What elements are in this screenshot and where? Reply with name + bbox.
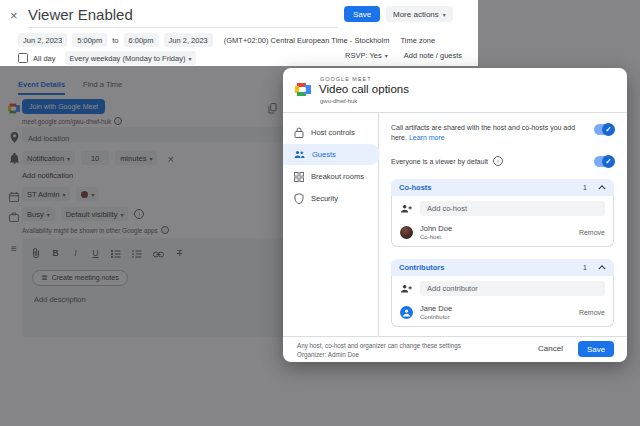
start-time-button[interactable]: 5:00pm xyxy=(72,33,107,47)
chevron-up-icon[interactable] xyxy=(598,185,606,190)
chevron-down-icon xyxy=(443,10,446,19)
member-name: Jane Doe xyxy=(420,304,572,313)
dialog-save-button[interactable]: Save xyxy=(578,341,614,357)
footer-note: Any host, co-host and organizer can chan… xyxy=(297,341,461,350)
add-cohost-input[interactable] xyxy=(420,201,605,216)
end-time-button[interactable]: 6:00pm xyxy=(124,33,159,47)
call-artifacts-toggle[interactable] xyxy=(594,124,614,135)
to-label: to xyxy=(112,36,118,45)
person-add-icon xyxy=(400,204,412,213)
save-button[interactable]: Save xyxy=(344,6,380,22)
all-day-row: All day Every weekday (Monday to Friday) xyxy=(18,51,196,65)
rsvp-dropdown[interactable]: RSVP: Yes xyxy=(345,51,388,60)
contributor-row: Jane Doe Contributor Remove xyxy=(392,301,613,326)
learn-more-link[interactable]: Learn more xyxy=(409,134,445,141)
modal-scrim-top-right xyxy=(478,0,640,66)
start-date-button[interactable]: Jun 2, 2023 xyxy=(18,33,67,47)
viewer-default-setting: Everyone is a viewer by default xyxy=(391,155,614,167)
add-note-guests-button[interactable]: Add note / guests xyxy=(404,51,462,60)
breakout-rooms-icon xyxy=(294,172,304,182)
nav-item-breakout-rooms[interactable]: Breakout rooms xyxy=(283,166,380,187)
title-underline xyxy=(28,27,338,28)
dialog-overline: GOOGLE MEET xyxy=(320,76,372,82)
nav-item-host-controls[interactable]: Host controls xyxy=(283,122,380,143)
member-role: Contributor xyxy=(420,314,572,320)
shield-icon xyxy=(294,193,304,204)
cancel-button[interactable]: Cancel xyxy=(538,344,563,353)
cohosts-section: Co-hosts 1 xyxy=(391,179,614,247)
remove-contributor-button[interactable]: Remove xyxy=(579,309,605,316)
meeting-code: gwu-dhwf-huk xyxy=(320,98,357,104)
event-title-input[interactable]: Viewer Enabled xyxy=(28,6,133,23)
avatar xyxy=(400,306,413,319)
dialog-title: Video call options xyxy=(319,83,409,95)
nav-item-security[interactable]: Security xyxy=(283,188,380,209)
cohosts-section-body: John Doe Co-host Remove xyxy=(391,196,614,247)
info-icon[interactable] xyxy=(493,156,503,166)
people-icon xyxy=(294,150,305,159)
add-contributor-input[interactable] xyxy=(420,281,605,296)
date-time-row: Jun 2, 2023 5:00pm to 6:00pm Jun 2, 2023… xyxy=(18,33,435,47)
video-call-options-dialog: GOOGLE MEET Video call options gwu-dhwf-… xyxy=(283,68,627,362)
recurrence-dropdown[interactable]: Every weekday (Monday to Friday) xyxy=(65,51,197,65)
timezone-label: (GMT+02:00) Central European Time - Stoc… xyxy=(224,36,390,45)
close-icon[interactable]: × xyxy=(10,8,18,23)
organizer-note: Organizer: Admin Doe xyxy=(297,350,461,359)
member-role: Co-host xyxy=(420,234,572,240)
member-name: John Doe xyxy=(420,224,572,233)
viewer-default-toggle[interactable] xyxy=(594,156,614,167)
person-add-icon xyxy=(400,284,412,293)
all-day-label: All day xyxy=(33,54,56,63)
dialog-footer: Any host, co-host and organizer can chan… xyxy=(283,336,627,362)
rsvp-row: RSVP: Yes Add note / guests xyxy=(345,51,462,60)
screen: × Viewer Enabled Save More actions Jun 2… xyxy=(0,0,640,426)
nav-item-guests[interactable]: Guests xyxy=(283,144,380,165)
contributors-section-header[interactable]: Contributors 1 xyxy=(391,259,614,276)
toggle-check-icon xyxy=(602,123,615,136)
google-meet-logo-icon xyxy=(295,82,311,100)
remove-cohost-button[interactable]: Remove xyxy=(579,229,605,236)
all-day-checkbox[interactable] xyxy=(18,53,28,63)
guests-panel: Call artifacts are shared with the host … xyxy=(379,113,628,337)
chevron-up-icon[interactable] xyxy=(598,265,606,270)
end-date-button[interactable]: Jun 2, 2023 xyxy=(164,33,213,47)
avatar xyxy=(400,226,413,239)
contributors-section: Contributors 1 xyxy=(391,259,614,327)
contributors-section-body: Jane Doe Contributor Remove xyxy=(391,276,614,327)
chevron-down-icon xyxy=(385,51,388,60)
lock-icon xyxy=(294,127,304,138)
toggle-check-icon xyxy=(602,155,615,168)
cohosts-count: 1 xyxy=(583,184,587,191)
more-actions-button[interactable]: More actions xyxy=(386,6,453,22)
chevron-down-icon xyxy=(188,54,191,63)
cohost-row: John Doe Co-host Remove xyxy=(392,221,613,246)
cohosts-section-header[interactable]: Co-hosts 1 xyxy=(391,179,614,196)
dialog-header: GOOGLE MEET Video call options gwu-dhwf-… xyxy=(283,68,627,113)
dialog-nav: Host controls Guests Breakout rooms xyxy=(283,113,379,337)
call-artifacts-setting: Call artifacts are shared with the host … xyxy=(391,123,614,143)
person-icon xyxy=(402,308,411,317)
contributors-count: 1 xyxy=(583,264,587,271)
timezone-button[interactable]: Time zone xyxy=(400,36,435,45)
